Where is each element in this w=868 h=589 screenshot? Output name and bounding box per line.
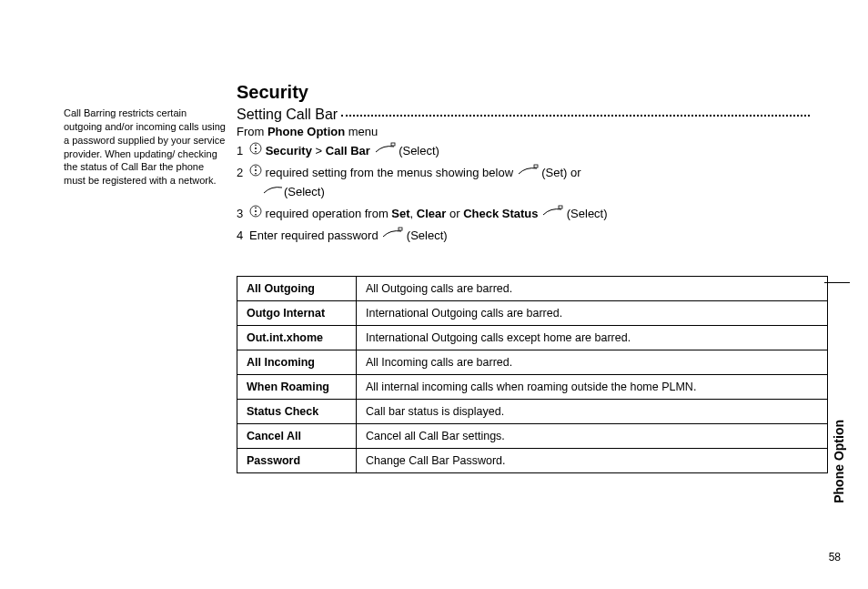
step-number: 4: [237, 227, 249, 246]
from-line: From Phone Option menu: [237, 125, 810, 138]
opt-key: Cancel All: [237, 423, 357, 448]
opt-key: All Incoming: [237, 350, 357, 374]
page-title: Security: [237, 82, 810, 103]
opt-key: When Roaming: [237, 374, 357, 399]
page-number: 58: [829, 551, 841, 564]
from-prefix: From: [237, 125, 267, 138]
opt-val: International Outgoing calls except home…: [357, 325, 828, 350]
table-row: Out.int.xhomeInternational Outgoing call…: [237, 325, 828, 350]
step3-tail: (Select): [563, 207, 607, 220]
step2-select: (Select): [284, 185, 325, 198]
step3-c1: ,: [410, 207, 417, 220]
step2-lead: required setting from the menus showing …: [262, 166, 517, 179]
step1-security: Security: [266, 144, 312, 157]
svg-point-4: [255, 169, 257, 171]
section-tab: Phone Option: [824, 282, 850, 538]
step-2: 2 required setting from the menus showin…: [237, 164, 810, 202]
step3-lead: required operation from: [262, 207, 391, 220]
side-note: Call Barring restricts certain outgoing …: [64, 107, 237, 188]
nav-icon: [249, 164, 262, 183]
step3-check: Check Status: [463, 207, 538, 220]
opt-key: Out.int.xhome: [237, 325, 357, 350]
opt-key: All Outgoing: [237, 276, 357, 300]
svg-rect-2: [391, 143, 395, 146]
step3-c2: or: [446, 207, 463, 220]
step-number: 1: [237, 142, 249, 161]
table-row: PasswordChange Call Bar Password.: [237, 448, 828, 472]
table-row: All OutgoingAll Outgoing calls are barre…: [237, 276, 828, 300]
step1-callbar: Call Bar: [326, 144, 370, 157]
opt-val: All Incoming calls are barred.: [357, 350, 828, 374]
opt-key: Outgo Internat: [237, 300, 357, 325]
select-icon: [541, 205, 563, 224]
svg-rect-9: [399, 228, 402, 230]
opt-val: All Outgoing calls are barred.: [357, 276, 828, 300]
select-icon: [517, 164, 539, 183]
step4-text: Enter required password: [249, 228, 381, 242]
step-number: 3: [237, 205, 249, 224]
select-icon: [262, 183, 284, 202]
select-icon: [374, 142, 396, 161]
table-row: When RoamingAll internal incoming calls …: [237, 374, 828, 399]
step1-tail: (Select): [396, 144, 439, 157]
opt-val: Change Call Bar Password.: [357, 448, 828, 472]
opt-val: International Outgoing calls are barred.: [357, 300, 828, 325]
leader-dots: [341, 115, 810, 117]
step-number: 2: [237, 164, 249, 183]
opt-key: Status Check: [237, 399, 357, 423]
step2-set: (Set) or: [539, 166, 581, 179]
table-row: Outgo InternatInternational Outgoing cal…: [237, 300, 828, 325]
svg-rect-5: [534, 165, 538, 168]
nav-icon: [249, 205, 262, 224]
svg-rect-8: [559, 206, 562, 208]
section-subheading: Setting Call Bar: [237, 107, 338, 123]
section-tab-label: Phone Option: [832, 420, 846, 503]
main-content: Setting Call Bar From Phone Option menu …: [237, 107, 810, 249]
select-icon: [381, 227, 403, 246]
opt-val: Cancel all Call Bar settings.: [357, 423, 828, 448]
step-3: 3 required operation from Set, Clear or …: [237, 205, 810, 224]
step-4: 4 Enter required password (Select): [237, 227, 810, 246]
opt-val: All internal incoming calls when roaming…: [357, 374, 828, 399]
step3-clear: Clear: [417, 207, 447, 220]
from-bold: Phone Option: [267, 125, 345, 138]
table-row: All IncomingAll Incoming calls are barre…: [237, 350, 828, 374]
nav-icon: [249, 142, 262, 161]
svg-point-7: [255, 210, 257, 212]
table-row: Status CheckCall bar status is displayed…: [237, 399, 828, 423]
step-1: 1 Security > Call Bar (Select): [237, 142, 810, 161]
step3-set: Set: [391, 207, 409, 220]
svg-point-1: [255, 147, 257, 149]
step4-tail: (Select): [403, 228, 447, 242]
options-table: All OutgoingAll Outgoing calls are barre…: [237, 276, 828, 473]
opt-key: Password: [237, 448, 357, 472]
step1-sep: >: [312, 144, 326, 157]
from-suffix: menu: [345, 125, 378, 138]
opt-val: Call bar status is displayed.: [357, 399, 828, 423]
table-row: Cancel AllCancel all Call Bar settings.: [237, 423, 828, 448]
